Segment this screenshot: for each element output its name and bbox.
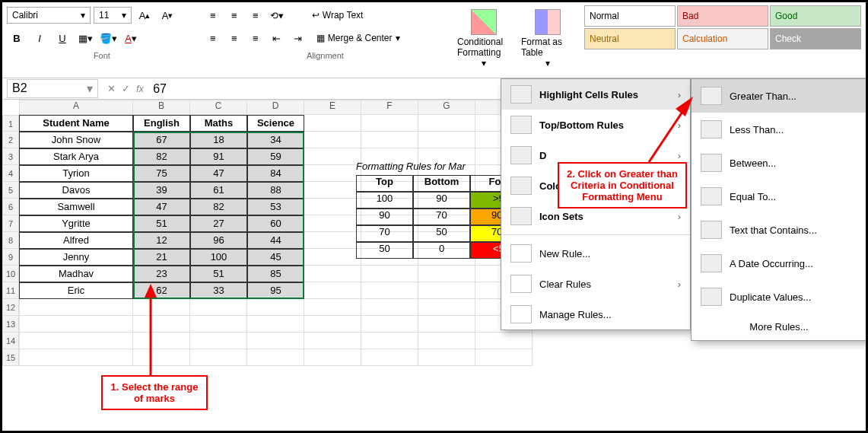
submenu-item[interactable]: Between... [692,146,866,180]
cell[interactable]: Eric [19,282,133,299]
increase-font-icon[interactable]: A▴ [135,5,154,25]
cell[interactable] [304,333,361,349]
row-header[interactable]: 15 [2,349,19,366]
cell[interactable]: Alfred [19,232,133,249]
decrease-font-icon[interactable]: A▾ [157,5,177,25]
cell[interactable] [304,232,361,249]
row-header[interactable]: 5 [2,182,19,199]
cell[interactable] [190,349,247,366]
cell-styles-gallery[interactable]: Normal Bad Good Neutral Calculation Chec… [584,5,861,49]
name-box[interactable]: B2 ▾ [7,79,98,98]
cell[interactable]: 21 [133,249,190,266]
underline-button[interactable]: U [52,28,72,48]
style-good[interactable]: Good [770,5,861,27]
cell[interactable]: 33 [190,282,247,299]
cell[interactable]: 44 [247,232,304,249]
cell[interactable] [418,349,475,366]
cell[interactable]: Samwell [19,199,133,215]
cell[interactable]: 84 [247,165,304,182]
font-color-button[interactable]: A▾ [121,28,141,48]
style-neutral[interactable]: Neutral [584,28,676,49]
cell[interactable] [361,282,418,299]
conditional-formatting-button[interactable]: Conditional Formatting ▾ [453,5,514,72]
cancel-icon[interactable]: ✕ [107,83,116,94]
cell[interactable]: 61 [190,182,247,199]
cell[interactable] [190,333,247,349]
row-header[interactable]: 4 [2,165,19,182]
style-calculation[interactable]: Calculation [677,28,768,49]
cell[interactable]: 53 [247,199,304,215]
cell[interactable]: 59 [247,148,304,165]
cell[interactable]: 51 [133,215,190,232]
row-header[interactable]: 13 [2,316,19,333]
cell[interactable]: 47 [190,165,247,182]
row-header[interactable]: 7 [2,215,19,232]
cell[interactable]: 34 [247,132,304,148]
cell[interactable] [475,333,533,349]
cell[interactable]: 27 [190,215,247,232]
cell[interactable] [304,215,361,232]
style-normal[interactable]: Normal [584,5,676,27]
cell[interactable]: 82 [190,199,247,215]
style-bad[interactable]: Bad [677,5,768,27]
cell[interactable] [304,199,361,215]
cell[interactable]: 60 [247,215,304,232]
cell[interactable] [247,299,304,316]
cell[interactable]: 96 [190,232,247,249]
row-header[interactable]: 8 [2,232,19,249]
cell[interactable]: English [133,115,190,132]
more-rules[interactable]: More Rules... [692,314,866,340]
submenu-item[interactable]: Text that Contains... [692,213,866,247]
format-as-table-button[interactable]: Format as Table ▾ [517,5,578,72]
row-header[interactable]: 14 [2,333,19,349]
cell[interactable] [418,115,475,132]
cell[interactable]: John Snow [19,132,133,148]
cell[interactable] [361,132,418,148]
cell[interactable] [418,132,475,148]
fx-icon[interactable]: fx [136,83,144,94]
cell[interactable]: 91 [190,148,247,165]
col-header[interactable]: D [247,100,304,115]
cell[interactable]: Jenny [19,249,133,266]
cell[interactable]: 51 [190,266,247,282]
align-middle-icon[interactable]: ≡ [224,5,244,25]
fill-color-button[interactable]: 🪣▾ [98,28,118,48]
font-size-select[interactable]: 11 ▾ [94,7,132,24]
cell[interactable] [418,282,475,299]
decrease-indent-icon[interactable]: ⇤ [267,28,287,48]
font-name-select[interactable]: Calibri ▾ [7,7,91,24]
cell[interactable] [190,299,247,316]
wrap-text-button[interactable]: ↩Wrap Text [305,6,370,24]
row-header[interactable]: 10 [2,266,19,282]
cell[interactable] [247,333,304,349]
cell[interactable] [19,333,133,349]
cell[interactable]: 100 [190,249,247,266]
cell[interactable] [418,266,475,282]
row-header[interactable]: 12 [2,299,19,316]
cell[interactable] [304,182,361,199]
row-header[interactable]: 11 [2,282,19,299]
cell[interactable] [418,333,475,349]
menu-item[interactable]: Manage Rules... [501,299,690,330]
cell[interactable]: Student Name [19,115,133,132]
cell[interactable]: 12 [133,232,190,249]
menu-item[interactable]: New Rule... [501,238,690,269]
row-header[interactable]: 9 [2,249,19,266]
merge-center-button[interactable]: ▦Merge & Center ▾ [310,29,407,47]
orientation-icon[interactable]: ⟲▾ [267,5,287,25]
cell[interactable] [361,266,418,282]
col-header[interactable]: A [19,100,133,115]
col-header[interactable]: G [418,100,475,115]
cell[interactable] [304,132,361,148]
submenu-item[interactable]: Equal To... [692,180,866,213]
cell[interactable] [304,349,361,366]
border-button[interactable]: ▦▾ [75,28,95,48]
cell[interactable] [418,316,475,333]
style-check[interactable]: Check [770,28,861,49]
submenu-item[interactable]: Duplicate Values... [692,280,866,314]
align-left-icon[interactable]: ≡ [203,28,223,48]
align-right-icon[interactable]: ≡ [246,28,265,48]
increase-indent-icon[interactable]: ⇥ [288,28,308,48]
cell[interactable] [304,299,361,316]
cell[interactable]: Maths [190,115,247,132]
